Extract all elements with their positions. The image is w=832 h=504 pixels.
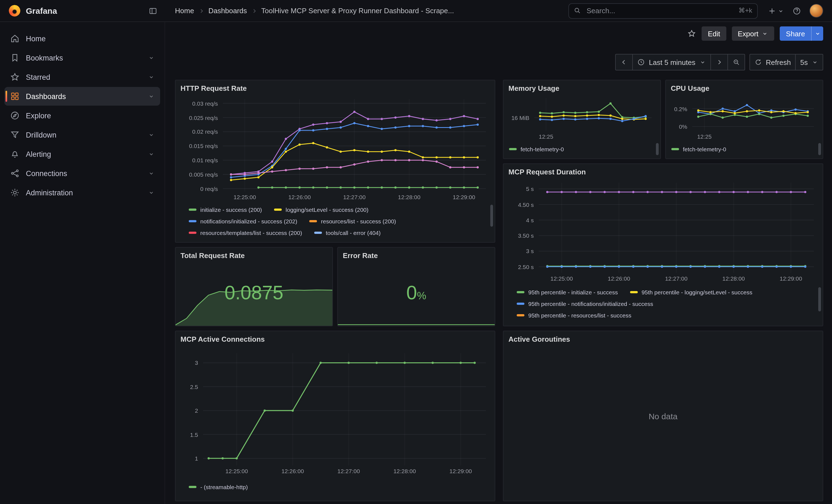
favorite-star-button[interactable] (687, 29, 696, 38)
legend-item[interactable]: logging/setLevel - success (200) (274, 206, 368, 213)
time-range-picker[interactable]: Last 5 minutes (632, 54, 711, 71)
http-request-rate-chart[interactable]: 0 req/s0.005 req/s0.01 req/s0.015 req/s0… (180, 96, 490, 202)
breadcrumb-home[interactable]: Home (175, 7, 194, 15)
breadcrumb-dashboards[interactable]: Dashboards (208, 7, 247, 15)
legend-item[interactable]: - (streamable-http) (189, 483, 248, 490)
panel-title: HTTP Request Rate (181, 84, 247, 92)
y-axis-label: 2.50 s (508, 263, 534, 270)
y-axis-label: 0% (670, 123, 687, 130)
legend-item[interactable]: 95th percentile - logging/setLevel - suc… (630, 289, 753, 295)
chevron-down-icon[interactable] (148, 151, 155, 157)
dashboards-grid-icon (10, 91, 20, 101)
legend-item[interactable]: 95th percentile - initialize - success (517, 289, 618, 295)
legend-swatch (630, 291, 638, 293)
panel-cpu-usage: CPU Usage 0%0.2%12:25 fetch-telemetry-0 (665, 80, 823, 159)
stat-value: 0.0875 (176, 247, 332, 326)
chevron-down-icon[interactable] (148, 93, 155, 100)
sidebar-item-connections[interactable]: Connections (4, 164, 160, 183)
sidebar-item-administration[interactable]: Administration (4, 183, 160, 202)
gear-icon (10, 188, 20, 197)
panel-title: Memory Usage (509, 84, 560, 92)
legend-swatch (310, 220, 317, 222)
plus-icon (768, 6, 776, 15)
x-axis-label: 12:25 (697, 133, 712, 140)
y-axis-label: 1.5 (180, 431, 198, 438)
compass-icon (10, 111, 20, 121)
sidebar-item-drilldown[interactable]: Drilldown (4, 126, 160, 144)
search-input[interactable] (568, 3, 758, 19)
legend-item[interactable]: tools/call - error (404) (314, 229, 381, 236)
chevron-down-icon (762, 30, 769, 37)
legend-item[interactable]: tools/call - success (200) (189, 241, 264, 241)
time-shift-forward-button[interactable] (710, 54, 728, 71)
legend-row: fetch-telemetry-0 (671, 143, 815, 155)
breadcrumb-current: ToolHive MCP Server & Proxy Runner Dashb… (261, 7, 454, 15)
chevron-down-icon[interactable] (148, 132, 155, 138)
refresh-interval-picker[interactable]: 5s (796, 54, 823, 71)
dock-menu-button[interactable] (149, 6, 157, 15)
x-axis-label: 12:28:00 (398, 194, 420, 200)
share-button[interactable]: Share (780, 26, 811, 41)
sidebar-item-home[interactable]: Home (4, 29, 160, 48)
panel-mcp-active-connections: MCP Active Connections 11.522.5312:25:00… (175, 331, 495, 501)
panel-http-request-rate: HTTP Request Rate 0 req/s0.005 req/s0.01… (175, 80, 495, 243)
legend-item[interactable]: resources/templates/list - success (200) (189, 229, 302, 236)
grafana-app: Grafana Home Dashboards ToolHive MCP Ser… (0, 0, 832, 504)
legend-scrollbar[interactable] (818, 143, 821, 155)
x-axis-label: 12:28:00 (393, 468, 416, 474)
panel-active-goroutines: Active Goroutines No data (503, 331, 823, 501)
chevron-right-icon (251, 7, 258, 14)
legend-item[interactable]: tools/list - success (200) (276, 241, 349, 241)
time-shift-back-button[interactable] (615, 54, 633, 71)
legend-item[interactable]: resources/list - success (200) (310, 218, 396, 224)
sidebar-item-alerting[interactable]: Alerting (4, 145, 160, 163)
drilldown-icon (10, 130, 20, 140)
legend-scrollbar[interactable] (656, 143, 659, 155)
chevron-down-icon[interactable] (148, 189, 155, 196)
legend-row: 95th percentile - resources/list - succe… (517, 309, 815, 321)
share-menu-button[interactable] (811, 26, 823, 41)
zoom-out-button[interactable] (727, 54, 745, 71)
chevron-down-icon[interactable] (148, 54, 155, 61)
legend-item[interactable]: 95th percentile - resources/list - succe… (517, 312, 631, 318)
chevron-down-icon (778, 7, 784, 14)
search-icon (573, 6, 581, 14)
y-axis-label: 0 req/s (180, 185, 218, 192)
stat-value: 0% (338, 247, 495, 326)
legend-item[interactable]: fetch-telemetry-0 (509, 145, 564, 152)
cpu-usage-chart[interactable]: 0%0.2%12:25 (670, 95, 818, 141)
legend-scrollbar[interactable] (818, 287, 821, 312)
x-axis-label: 12:25 (539, 133, 553, 140)
sidebar-item-explore[interactable]: Explore (4, 106, 160, 125)
sidebar-item-dashboards[interactable]: Dashboards (4, 87, 160, 106)
legend-item[interactable]: fetch-telemetry-0 (671, 145, 726, 152)
chart-legend: initialize - success (200)logging/setLev… (189, 204, 487, 241)
add-new-button[interactable] (768, 6, 784, 15)
memory-usage-chart[interactable]: 16 MiB12:25 (508, 95, 656, 141)
user-avatar[interactable] (809, 4, 823, 18)
top-navigation-bar: Grafana Home Dashboards ToolHive MCP Ser… (0, 0, 832, 22)
chevron-down-icon[interactable] (148, 74, 155, 80)
sidebar-item-starred[interactable]: Starred (4, 68, 160, 86)
refresh-group: Refresh 5s (749, 54, 823, 71)
x-axis-label: 12:27:00 (337, 468, 360, 474)
sidebar-navigation: Home Bookmarks Starred Dashboards Explor… (0, 22, 165, 504)
edit-button[interactable]: Edit (702, 26, 726, 41)
legend-item[interactable]: unknown - success (200) (362, 241, 437, 241)
legend-scrollbar[interactable] (490, 205, 493, 227)
export-button[interactable]: Export (732, 26, 774, 41)
chevron-right-icon (198, 7, 204, 14)
help-button[interactable] (792, 6, 801, 15)
mcp-active-connections-chart[interactable]: 11.522.5312:25:0012:26:0012:27:0012:28:0… (180, 350, 490, 475)
chevron-down-icon[interactable] (148, 170, 155, 177)
sidebar-item-bookmarks[interactable]: Bookmarks (4, 48, 160, 67)
legend-item[interactable]: 95th percentile - notifications/initiali… (517, 300, 653, 307)
legend-item[interactable]: initialize - success (200) (189, 206, 262, 213)
mcp-request-duration-chart[interactable]: 2.50 s3 s3.50 s4 s4.50 s5 s12:25:0012:26… (508, 179, 818, 283)
refresh-button[interactable]: Refresh (749, 54, 796, 71)
clock-icon (637, 58, 645, 66)
legend-item[interactable]: notifications/initialized - success (202… (189, 218, 297, 224)
grafana-logo-icon (9, 5, 20, 17)
y-axis-label: 3 s (508, 248, 534, 255)
panel-title: MCP Active Connections (181, 335, 265, 343)
